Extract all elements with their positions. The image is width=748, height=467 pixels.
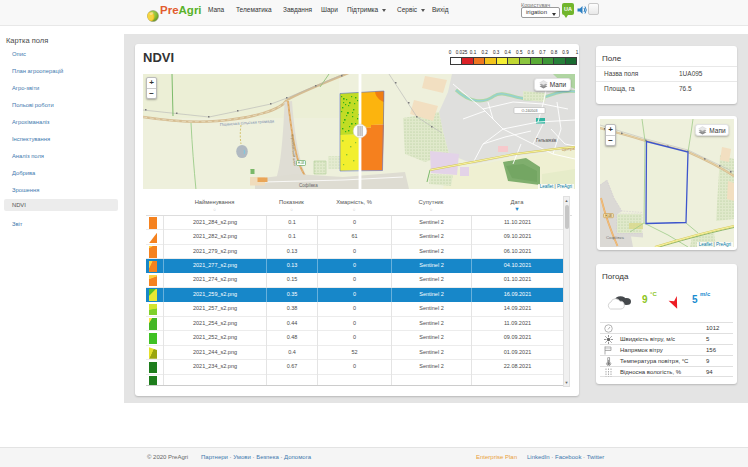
- svg-text:Н-08: Н-08: [605, 214, 612, 218]
- svg-text:О-240503: О-240503: [522, 109, 538, 113]
- svg-text:Софіївка: Софіївка: [299, 183, 318, 188]
- svg-text:Н-08: Н-08: [298, 161, 305, 165]
- svg-text:Софіївка: Софіївка: [606, 235, 624, 240]
- svg-text:Гельмязів: Гельмязів: [536, 138, 557, 143]
